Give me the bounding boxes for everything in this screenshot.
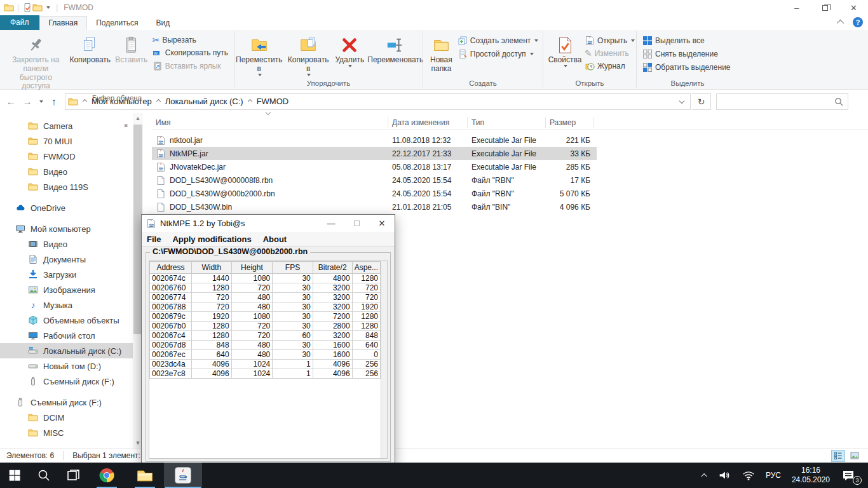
copy-to-button[interactable]: Копировать в xyxy=(285,32,332,78)
menu-about[interactable]: About xyxy=(263,234,287,244)
copy-button[interactable]: Копировать xyxy=(69,32,112,67)
select-all-button[interactable]: Выделить все xyxy=(641,35,733,46)
start-button[interactable] xyxy=(0,463,29,488)
ntkmpe-titlebar[interactable]: NtkMPE 1.2 by Tobi@s — ✕ xyxy=(142,215,395,232)
tab-view[interactable]: Вид xyxy=(147,17,179,30)
qat-properties-button[interactable] xyxy=(22,3,32,13)
volume-icon[interactable] xyxy=(714,468,735,482)
scroll-up-icon[interactable]: ▲ xyxy=(133,113,143,123)
sidebar-item-local-disk-c[interactable]: Локальный диск (C:) xyxy=(0,343,133,358)
sidebar-item-onedrive[interactable]: OneDrive xyxy=(0,200,133,215)
sidebar-item-documents[interactable]: Документы xyxy=(0,252,133,267)
table-row[interactable]: 002067d8848480301600640 xyxy=(150,341,381,350)
copy-path-button[interactable]: Скопировать путь xyxy=(151,47,230,58)
tab-share[interactable]: Поделиться xyxy=(87,17,147,30)
taskbar-search-button[interactable] xyxy=(29,463,58,488)
sidebar-item-video119s[interactable]: Видео 119S xyxy=(0,179,133,194)
sidebar-item-videos[interactable]: Видео xyxy=(0,236,133,252)
address-dropdown-icon[interactable] xyxy=(679,98,684,103)
easy-access-button[interactable]: Простой доступ xyxy=(456,48,541,60)
th-fps[interactable]: FPS xyxy=(273,262,313,274)
column-header-size[interactable]: Размер xyxy=(546,117,594,128)
rename-button[interactable]: Переименовать xyxy=(368,32,423,67)
table-row[interactable]: 002067887204803032001920 xyxy=(150,302,381,312)
taskbar-java-button[interactable] xyxy=(164,463,202,488)
edit-button[interactable]: ✎Изменить xyxy=(583,48,637,58)
collapse-ribbon-icon[interactable] xyxy=(837,20,844,27)
delete-button[interactable]: Удалить xyxy=(332,32,367,69)
th-aspect[interactable]: Aspe... xyxy=(352,262,380,274)
table-row[interactable]: 0020679c192010803072001280 xyxy=(150,312,381,322)
cut-button[interactable]: ✂Вырезать xyxy=(151,35,230,45)
move-to-button[interactable]: Переместить в xyxy=(234,32,284,78)
th-width[interactable]: Width xyxy=(191,262,231,274)
sidebar-item-removable-f[interactable]: Съемный диск (F:) xyxy=(0,374,133,389)
qat-new-folder-button[interactable] xyxy=(32,3,43,13)
sidebar-item-removable-f-root[interactable]: Съемный диск (F:) xyxy=(0,395,133,410)
taskbar-explorer-button[interactable] xyxy=(126,463,164,488)
file-row[interactable]: ntktool.jar 11.08.2018 12:32 Executable … xyxy=(152,133,597,147)
th-height[interactable]: Height xyxy=(231,262,273,274)
sidebar-item-new-volume-d[interactable]: Новый том (D:) xyxy=(0,358,133,374)
ntkmpe-close-button[interactable]: ✕ xyxy=(369,215,395,232)
restore-button[interactable] xyxy=(811,0,839,15)
wifi-icon[interactable] xyxy=(738,468,759,482)
table-row[interactable]: 0023dc4a4096102414096256 xyxy=(150,360,381,369)
breadcrumb-item-drive-c[interactable]: Локальный диск (C:) xyxy=(163,97,246,106)
table-vertical-scrollbar[interactable] xyxy=(381,261,387,458)
column-header-type[interactable]: Тип xyxy=(468,117,546,128)
sidebar-item-dcim[interactable]: DCIM xyxy=(0,410,133,425)
open-button[interactable]: Открыть xyxy=(583,35,637,46)
column-header-date[interactable]: Дата изменения xyxy=(388,117,468,128)
table-row[interactable]: 00206774720480303200720 xyxy=(150,293,381,302)
table-row[interactable]: 0023e7c84096102414096256 xyxy=(150,369,381,379)
breadcrumb-item-fwmod[interactable]: FWMOD xyxy=(254,97,292,106)
tray-chevron-up-icon[interactable] xyxy=(700,473,710,478)
th-bitrate[interactable]: Bitrate/2 xyxy=(313,262,352,274)
tab-file[interactable]: Файл xyxy=(0,15,39,30)
taskbar-clock[interactable]: 16:16 24.05.2020 xyxy=(788,466,834,485)
file-row[interactable]: JNovatekDec.jar 05.08.2018 13:17 Executa… xyxy=(152,160,597,173)
close-button[interactable]: ✕ xyxy=(839,0,868,15)
sidebar-item-video[interactable]: Видео xyxy=(0,164,133,179)
sidebar-item-network[interactable]: Сеть xyxy=(0,446,133,448)
up-button[interactable]: ↑ xyxy=(46,94,62,109)
breadcrumb[interactable]: Мой компьютер Локальный диск (C:) FWMOD xyxy=(65,93,691,110)
sidebar-item-misc[interactable]: MISC xyxy=(0,425,133,440)
paste-shortcut-button[interactable]: Вставить ярлык xyxy=(151,60,230,72)
search-input[interactable] xyxy=(721,97,834,106)
qat-customize-dropdown[interactable] xyxy=(43,3,53,13)
modes-table[interactable]: Address Width Height FPS Bitrate/2 Aspe.… xyxy=(149,261,381,379)
new-folder-button[interactable]: Новая папка xyxy=(428,32,455,76)
select-none-button[interactable]: Снять выделение xyxy=(641,48,733,60)
sidebar-item-this-pc[interactable]: Мой компьютер xyxy=(0,221,133,236)
paste-button[interactable]: Вставить xyxy=(113,32,150,67)
th-address[interactable]: Address xyxy=(150,262,192,274)
task-view-button[interactable] xyxy=(58,463,88,488)
table-row[interactable]: 002067ec6404803016000 xyxy=(150,350,381,360)
sidebar-item-pictures[interactable]: Изображения xyxy=(0,282,133,297)
sidebar-item-3d-objects[interactable]: Объемные объекты xyxy=(0,313,133,328)
column-header-name[interactable]: Имя xyxy=(152,117,388,128)
table-row[interactable]: 002067b012807203028001280 xyxy=(150,322,381,331)
back-button[interactable]: ← xyxy=(3,94,19,109)
file-row[interactable]: DOD_LS430W.bin 21.01.2018 21:05 Файл "BI… xyxy=(152,200,597,214)
language-indicator[interactable]: РУС xyxy=(763,471,784,480)
search-box[interactable] xyxy=(716,93,848,110)
menu-apply-modifications[interactable]: Apply modifications xyxy=(172,234,251,244)
notification-center-button[interactable]: 3 xyxy=(837,468,859,483)
tab-home[interactable]: Главная xyxy=(39,16,88,30)
file-row-selected[interactable]: NtkMPE.jar 22.12.2017 21:33 Executable J… xyxy=(152,147,597,160)
help-icon[interactable]: ? xyxy=(853,17,863,27)
sidebar-item-desktop[interactable]: Рабочий стол xyxy=(0,328,133,343)
table-row[interactable]: 002067c41280720603200848 xyxy=(150,331,381,341)
details-view-button[interactable] xyxy=(831,450,845,462)
pin-to-quick-access-button[interactable]: Закрепить на панели быстрого доступа xyxy=(4,32,67,93)
sidebar-item-70miui[interactable]: 70 MIUI xyxy=(0,133,133,149)
menu-file[interactable]: File xyxy=(147,234,161,244)
properties-button[interactable]: Свойства xyxy=(548,32,582,69)
ntkmpe-minimize-button[interactable]: — xyxy=(318,215,344,232)
taskbar-chrome-button[interactable] xyxy=(88,463,126,488)
new-item-button[interactable]: Создать элемент xyxy=(456,35,541,46)
invert-selection-button[interactable]: Обратить выделение xyxy=(641,62,733,73)
